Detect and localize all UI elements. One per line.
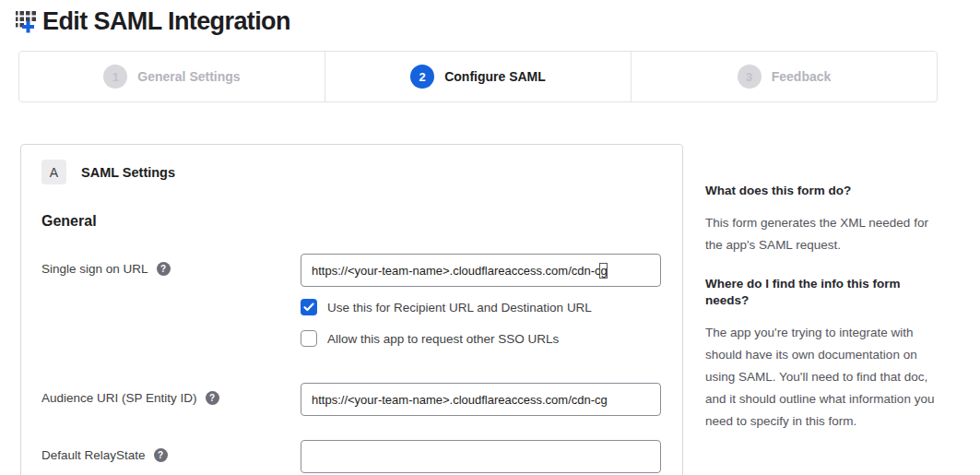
checkbox-row-recipient: Use this for Recipient URL and Destinati… <box>301 299 662 315</box>
content-area: A SAML Settings General Single sign on U… <box>20 144 980 475</box>
help-paragraph-1: This form generates the XML needed for t… <box>705 212 947 256</box>
section-badge: A <box>41 160 66 184</box>
relay-state-input[interactable] <box>301 440 661 473</box>
audience-uri-value: https://<your-team-name>.cloudflareacces… <box>312 393 608 407</box>
field-row-sso-url: Single sign on URL ? https://<your-team-… <box>41 254 662 347</box>
step-label: Feedback <box>772 69 832 84</box>
saml-settings-card: A SAML Settings General Single sign on U… <box>20 144 683 475</box>
wizard-stepper: 1 General Settings 2 Configure SAML 3 Fe… <box>18 51 938 102</box>
help-icon[interactable]: ? <box>154 448 168 462</box>
checkbox-row-other-sso: Allow this app to request other SSO URLs <box>301 330 662 347</box>
step-label: Configure SAML <box>444 69 546 84</box>
section-title: SAML Settings <box>81 165 175 180</box>
help-heading-2: Where do I find the info this form needs… <box>705 276 947 309</box>
step-number-badge: 1 <box>103 65 127 89</box>
field-input-group: https://<your-team-name>.cloudflareacces… <box>301 383 662 416</box>
group-title: General <box>41 213 662 230</box>
other-sso-urls-checkbox[interactable] <box>301 330 317 347</box>
step-configure-saml[interactable]: 2 Configure SAML <box>325 51 632 102</box>
step-number-badge: 2 <box>410 65 434 89</box>
field-label-group: Default RelayState ? <box>41 440 301 462</box>
help-icon[interactable]: ? <box>206 391 219 405</box>
field-input-group: If no value is set, a blank RelayState i… <box>301 440 662 475</box>
help-paragraph-2: The app you're trying to integrate with … <box>705 322 947 433</box>
step-feedback[interactable]: 3 Feedback <box>631 51 938 102</box>
field-label-group: Single sign on URL ? <box>41 254 301 276</box>
add-app-grid-icon <box>13 8 38 35</box>
text-cursor <box>599 263 608 279</box>
help-sidebar: What does this form do? This form genera… <box>705 144 947 452</box>
other-sso-urls-checkbox-label: Allow this app to request other SSO URLs <box>327 332 559 346</box>
sso-url-input[interactable]: https://<your-team-name>.cloudflareacces… <box>301 254 661 287</box>
field-row-relay-state: Default RelayState ? If no value is set,… <box>41 440 662 475</box>
help-heading-1: What does this form do? <box>705 183 947 199</box>
step-number-badge: 3 <box>738 65 762 89</box>
step-general-settings[interactable]: 1 General Settings <box>18 51 325 102</box>
step-label: General Settings <box>137 69 240 84</box>
recipient-url-checkbox[interactable] <box>301 299 317 315</box>
audience-uri-label: Audience URI (SP Entity ID) <box>41 391 197 405</box>
audience-uri-input[interactable]: https://<your-team-name>.cloudflareacces… <box>301 383 661 416</box>
section-header: A SAML Settings <box>41 160 662 184</box>
page-header: Edit SAML Integration <box>0 0 980 36</box>
field-input-group: https://<your-team-name>.cloudflareacces… <box>301 254 662 347</box>
sso-url-value: https://<your-team-name>.cloudflareacces… <box>312 264 608 278</box>
help-icon[interactable]: ? <box>157 262 171 276</box>
sso-url-label: Single sign on URL <box>41 262 148 276</box>
page-title: Edit SAML Integration <box>42 7 290 36</box>
relay-state-label: Default RelayState <box>41 448 146 462</box>
field-row-audience-uri: Audience URI (SP Entity ID) ? https://<y… <box>41 383 662 416</box>
field-label-group: Audience URI (SP Entity ID) ? <box>41 383 301 405</box>
recipient-url-checkbox-label: Use this for Recipient URL and Destinati… <box>327 301 592 315</box>
